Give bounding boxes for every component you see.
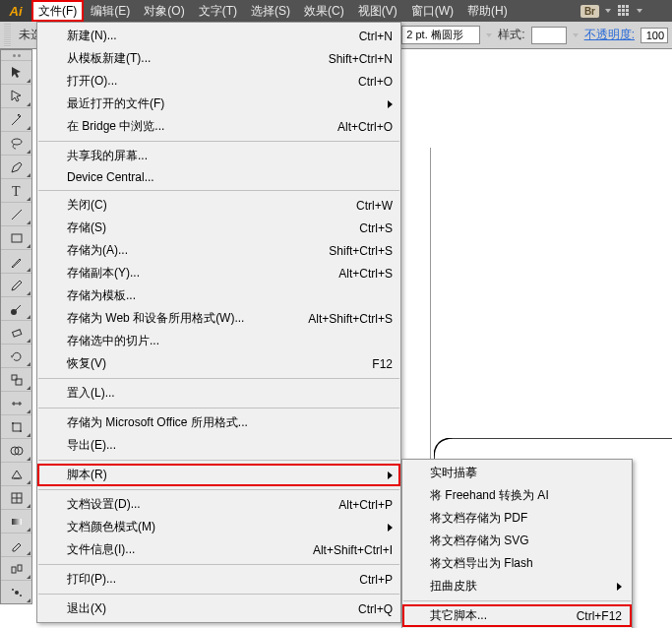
menu-shortcut: F12 xyxy=(352,357,393,371)
tool-mesh[interactable] xyxy=(1,485,31,509)
menu-item-label: 新建(N)... xyxy=(67,28,117,44)
menu-item[interactable]: 脚本(R) xyxy=(37,464,400,486)
menu-type[interactable]: 文字(T) xyxy=(192,0,244,22)
submenu-item-label: 扭曲皮肤 xyxy=(430,578,477,595)
tool-flyout-icon xyxy=(27,457,31,461)
tool-blend[interactable] xyxy=(1,556,31,580)
submenu-item-label: 将文档存储为 PDF xyxy=(430,510,527,527)
submenu-arrow-icon xyxy=(617,583,622,591)
svg-point-18 xyxy=(12,589,14,591)
menu-item[interactable]: 存储选中的切片... xyxy=(37,330,400,352)
toolbox-grip[interactable] xyxy=(1,50,31,60)
app-header: Ai 文件(F) 编辑(E) 对象(O) 文字(T) 选择(S) 效果(C) 视… xyxy=(0,0,672,22)
style-dropdown-icon[interactable] xyxy=(573,33,579,37)
tool-line[interactable] xyxy=(1,202,31,225)
menu-help[interactable]: 帮助(H) xyxy=(460,0,515,22)
tool-eyedrop[interactable] xyxy=(1,533,31,556)
menu-object[interactable]: 对象(O) xyxy=(137,0,191,22)
menu-file[interactable]: 文件(F) xyxy=(31,0,84,22)
menu-item[interactable]: 文档颜色模式(M) xyxy=(37,516,400,538)
tool-flyout-icon xyxy=(27,102,31,106)
menu-item-label: 文档设置(D)... xyxy=(67,496,141,513)
menu-item[interactable]: 共享我的屏幕... xyxy=(37,145,400,167)
tool-selection[interactable] xyxy=(1,60,31,84)
menu-item[interactable]: 置入(L)... xyxy=(37,382,400,405)
svg-point-9 xyxy=(12,422,14,424)
menu-edit[interactable]: 编辑(E) xyxy=(84,0,137,22)
tool-rect[interactable] xyxy=(1,225,31,249)
menu-select[interactable]: 选择(S) xyxy=(244,0,297,22)
menu-item-label: 脚本(R) xyxy=(67,467,107,483)
submenu-item[interactable]: 将文档存储为 PDF xyxy=(402,507,632,530)
tool-width[interactable] xyxy=(1,391,31,414)
tool-direct-select[interactable] xyxy=(1,84,31,107)
menu-item[interactable]: 存储为 Microsoft Office 所用格式... xyxy=(37,411,400,434)
tool-rotate[interactable] xyxy=(1,344,31,367)
menu-window[interactable]: 窗口(W) xyxy=(404,0,460,22)
tool-symbol[interactable] xyxy=(1,580,31,603)
menu-effect[interactable]: 效果(C) xyxy=(297,0,351,22)
menu-item-label: 导出(E)... xyxy=(67,437,116,454)
menu-separator xyxy=(38,141,399,142)
tool-flyout-icon xyxy=(27,528,31,532)
menu-shortcut: Ctrl+F12 xyxy=(557,609,622,623)
menu-item-label: 文档颜色模式(M) xyxy=(67,519,155,535)
menu-item-label: 关闭(C) xyxy=(67,197,107,214)
menu-item[interactable]: 从模板新建(T)...Shift+Ctrl+N xyxy=(37,47,400,70)
menu-item[interactable]: 存储为模板... xyxy=(37,284,400,307)
bridge-badge[interactable]: Br xyxy=(580,5,599,18)
tool-scale[interactable] xyxy=(1,367,31,391)
tool-flyout-icon xyxy=(27,268,31,272)
menu-item[interactable]: 存储为 Web 和设备所用格式(W)...Alt+Shift+Ctrl+S xyxy=(37,307,400,330)
submenu-item[interactable]: 将 Freehand 转换为 AI xyxy=(402,484,632,507)
arrange-dropdown-icon[interactable] xyxy=(637,9,642,13)
stroke-dropdown-icon[interactable] xyxy=(486,33,492,37)
menu-item[interactable]: 最近打开的文件(F) xyxy=(37,93,400,115)
tool-blob[interactable] xyxy=(1,296,31,320)
tool-flyout-icon xyxy=(27,244,31,248)
submenu-item[interactable]: 其它脚本...Ctrl+F12 xyxy=(402,604,632,627)
tool-pencil[interactable] xyxy=(1,273,31,296)
menu-view[interactable]: 视图(V) xyxy=(351,0,404,22)
tool-perspective[interactable] xyxy=(1,462,31,485)
tool-eraser[interactable] xyxy=(1,320,31,344)
opacity-label[interactable]: 不透明度: xyxy=(584,27,635,43)
menu-item[interactable]: 在 Bridge 中浏览...Alt+Ctrl+O xyxy=(37,115,400,138)
opacity-value[interactable]: 100 xyxy=(641,28,668,43)
menu-item[interactable]: 打印(P)...Ctrl+P xyxy=(37,568,400,591)
submenu-item[interactable]: 将文档存储为 SVG xyxy=(402,530,632,552)
menu-item[interactable]: 文档设置(D)...Alt+Ctrl+P xyxy=(37,493,400,516)
menu-item-label: 存储为 Web 和设备所用格式(W)... xyxy=(67,310,244,327)
menu-item[interactable]: 存储副本(Y)...Alt+Ctrl+S xyxy=(37,262,400,284)
tool-flyout-icon xyxy=(27,504,31,508)
menu-item[interactable]: 打开(O)...Ctrl+O xyxy=(37,70,400,93)
menu-item-label: 存储选中的切片... xyxy=(67,333,159,349)
menu-item[interactable]: 存储(S)Ctrl+S xyxy=(37,217,400,239)
menu-item[interactable]: 文件信息(I)...Alt+Shift+Ctrl+I xyxy=(37,538,400,561)
bridge-dropdown-icon[interactable] xyxy=(605,9,611,13)
tool-lasso[interactable] xyxy=(1,131,31,155)
tool-wand[interactable] xyxy=(1,107,31,131)
tool-type[interactable]: T xyxy=(1,178,31,202)
tool-flyout-icon xyxy=(27,79,31,83)
options-grip[interactable] xyxy=(4,24,11,47)
style-swatch[interactable] xyxy=(531,27,567,44)
menu-item[interactable]: 恢复(V)F12 xyxy=(37,352,400,375)
menu-item[interactable]: 关闭(C)Ctrl+W xyxy=(37,194,400,217)
menu-item[interactable]: 新建(N)...Ctrl+N xyxy=(37,25,400,47)
submenu-item[interactable]: 将文档导出为 Flash xyxy=(402,552,632,575)
menu-item[interactable]: Device Central... xyxy=(37,167,400,187)
menu-item[interactable]: 存储为(A)...Shift+Ctrl+S xyxy=(37,239,400,262)
arrange-documents-icon[interactable] xyxy=(617,4,631,18)
submenu-item[interactable]: 实时描摹 xyxy=(402,462,632,484)
menu-item[interactable]: 退出(X)Ctrl+Q xyxy=(37,597,400,620)
stroke-field[interactable]: 2 pt. 椭圆形 xyxy=(401,26,480,44)
tool-free[interactable] xyxy=(1,414,31,438)
menu-item[interactable]: 导出(E)... xyxy=(37,434,400,457)
submenu-item[interactable]: 扭曲皮肤 xyxy=(402,575,632,597)
tool-gradient[interactable] xyxy=(1,509,31,533)
tool-brush[interactable] xyxy=(1,249,31,273)
menu-item-label: 存储为(A)... xyxy=(67,242,128,259)
tool-shape-builder[interactable] xyxy=(1,438,31,462)
tool-pen[interactable] xyxy=(1,155,31,178)
